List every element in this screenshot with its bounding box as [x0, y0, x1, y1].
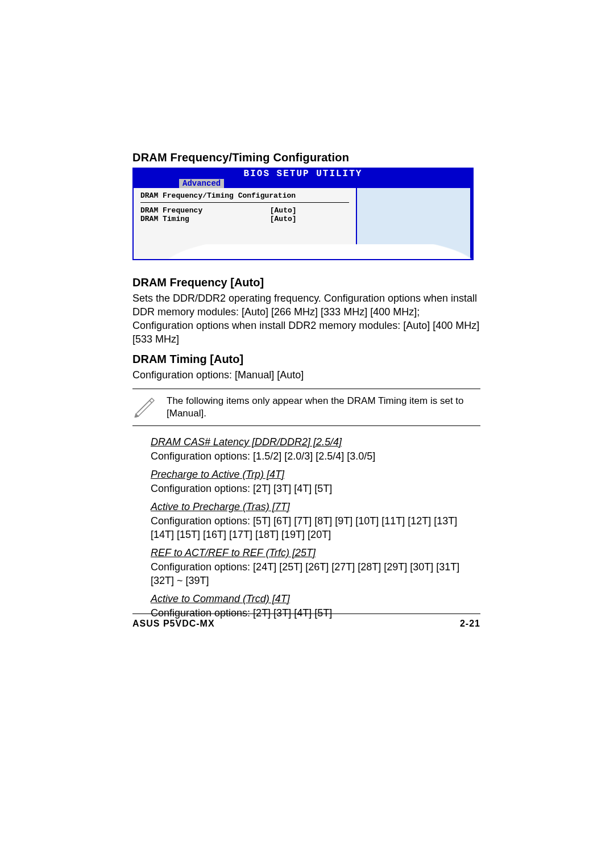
bios-row-label: DRAM Frequency	[140, 206, 270, 215]
bios-screenshot: BIOS SETUP UTILITY Advanced DRAM Frequen…	[132, 168, 480, 260]
bios-row-value: [Auto]	[270, 215, 350, 223]
bios-row-value: [Auto]	[270, 206, 350, 215]
footer-page-number: 2-21	[460, 619, 480, 629]
bios-section-title: DRAM Frequency/Timing Configuration	[140, 191, 349, 200]
subitem-heading: Active to Precharge (Tras) [7T]	[151, 501, 480, 513]
subitem-heading: Precharge to Active (Trp) [4T]	[151, 469, 480, 481]
bios-row: DRAM Frequency [Auto]	[140, 206, 349, 215]
subitem-heading: REF to ACT/REF to REF (Trfc) [25T]	[151, 547, 480, 559]
note-box: The following items only appear when the…	[132, 389, 480, 426]
pencil-note-icon	[132, 395, 167, 418]
subitem-options: Configuration options: [5T] [6T] [7T] [8…	[151, 514, 480, 541]
subitem-options: Configuration options: [24T] [25T] [26T]…	[151, 560, 480, 587]
bios-tab-advanced: Advanced	[178, 178, 225, 189]
subitem-options: Configuration options: [1.5/2] [2.0/3] […	[151, 449, 480, 463]
subitem-options: Configuration options: [2T] [3T] [4T] [5…	[151, 482, 480, 495]
page-footer: ASUS P5VDC-MX 2-21	[132, 614, 480, 629]
note-text: The following items only appear when the…	[167, 395, 480, 420]
paragraph-dram-frequency: Sets the DDR/DDR2 operating frequency. C…	[132, 291, 480, 346]
section-heading: DRAM Frequency/Timing Configuration	[132, 151, 480, 164]
bios-row: DRAM Timing [Auto]	[140, 215, 349, 223]
subitem-heading: Active to Command (Trcd) [4T]	[151, 593, 480, 605]
paragraph-dram-timing: Configuration options: [Manual] [Auto]	[132, 368, 480, 382]
subsection-heading-dram-timing: DRAM Timing [Auto]	[132, 353, 480, 366]
subitem-heading: DRAM CAS# Latency [DDR/DDR2] [2.5/4]	[151, 436, 480, 448]
subsection-heading-dram-frequency: DRAM Frequency [Auto]	[132, 276, 480, 289]
footer-product: ASUS P5VDC-MX	[132, 619, 215, 629]
bios-row-label: DRAM Timing	[140, 215, 270, 223]
